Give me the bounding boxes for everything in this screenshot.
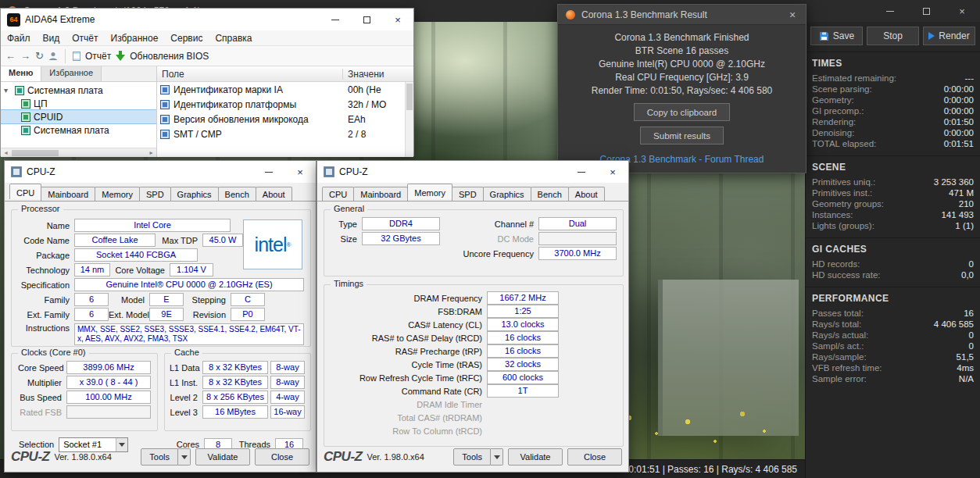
save-button[interactable]: Save — [810, 27, 863, 45]
column-field[interactable]: Поле — [157, 69, 343, 80]
level3-assoc-field: 16-way — [270, 405, 305, 419]
times-section: TIMES Estimated remaining:--- Scene pars… — [806, 52, 980, 155]
bios-update-button[interactable]: Обновления BIOS — [130, 51, 209, 62]
refresh-icon[interactable]: ↻ — [35, 50, 44, 62]
stat-value: 0 — [969, 330, 974, 340]
stat-row: Sample error:N/A — [806, 373, 980, 384]
validate-button[interactable]: Validate — [508, 448, 563, 466]
minimize-button[interactable] — [320, 9, 351, 30]
horizontal-scrollbar[interactable]: ◂ ▸ — [1, 148, 156, 157]
submit-results-button[interactable]: Submit results — [640, 127, 724, 144]
validate-button[interactable]: Validate — [195, 448, 250, 466]
cpuz-version: Ver. 1.98.0.x64 — [367, 452, 424, 462]
tab-cpu[interactable]: CPU — [9, 184, 41, 199]
cpu-icon — [21, 99, 30, 109]
stop-button[interactable]: Stop — [867, 27, 919, 45]
tab-about[interactable]: About — [568, 187, 605, 201]
tools-dropdown-button[interactable] — [491, 448, 503, 466]
copy-to-clipboard-button[interactable]: Copy to clipboard — [634, 103, 731, 121]
back-icon[interactable]: ← — [5, 50, 16, 62]
menu-favorites[interactable]: Избранное — [105, 33, 165, 44]
tab-menu[interactable]: Меню — [1, 66, 41, 81]
tab-mainboard[interactable]: Mainboard — [353, 187, 408, 201]
dialog-close-button[interactable]: × — [779, 9, 806, 21]
aida64-window: 64 AIDA64 Extreme × Файл Вид Отчёт Избра… — [0, 8, 414, 156]
stepping-label: Stepping — [184, 295, 231, 305]
close-button[interactable]: Close — [255, 448, 309, 466]
scrollbar-thumb[interactable] — [406, 84, 413, 110]
close-button[interactable]: × — [597, 161, 628, 183]
tree-item-motherboard[interactable]: Системная плата — [1, 123, 156, 137]
tree-item-cpuid[interactable]: CPUID — [1, 110, 156, 123]
stat-label: TOTAL elapsed: — [812, 139, 876, 148]
table-row[interactable]: Идентификатор марки IA 00h (Не — [157, 82, 413, 97]
tab-graphics[interactable]: Graphics — [483, 187, 531, 201]
groupbox-legend: Clocks (Core #0) — [18, 348, 89, 357]
minimize-button[interactable] — [566, 161, 597, 183]
close-button[interactable]: Close — [567, 448, 622, 466]
name-label: Name — [18, 221, 74, 230]
scroll-right-icon[interactable]: ▸ — [147, 149, 156, 157]
table-row[interactable]: Идентификатор платформы 32h / MO — [157, 97, 413, 112]
field-value: 00h (Не — [343, 84, 413, 95]
l1data-label: L1 Data — [170, 363, 202, 373]
vertical-scrollbar[interactable] — [405, 82, 413, 157]
tab-bench[interactable]: Bench — [218, 187, 256, 201]
package-field: Socket 1440 FCBGA — [74, 248, 198, 262]
column-value[interactable]: Значени — [343, 69, 413, 80]
tab-memory[interactable]: Memory — [95, 187, 140, 201]
family-field: 6 — [74, 293, 109, 306]
tree-item-label: CPUID — [34, 112, 63, 123]
menu-file[interactable]: Файл — [1, 33, 37, 44]
tab-mainboard[interactable]: Mainboard — [41, 187, 95, 201]
table-row[interactable]: SMT / CMP 2 / 8 — [157, 127, 413, 141]
stat-label: Sample error: — [812, 374, 867, 383]
tools-button[interactable]: Tools — [453, 448, 491, 466]
tools-button[interactable]: Tools — [141, 448, 178, 466]
render-button[interactable]: Render — [923, 27, 975, 45]
table-row[interactable]: Версия обновления микрокода EAh — [157, 112, 413, 127]
stat-label: Geometry groups: — [812, 199, 884, 209]
tab-memory[interactable]: Memory — [407, 184, 452, 199]
codename-label: Code Name — [18, 236, 74, 245]
stat-label: Geometry: — [812, 95, 854, 105]
tree-item-cpu[interactable]: ЦП — [1, 97, 156, 110]
scroll-left-icon[interactable]: ◂ — [2, 149, 10, 157]
menu-service[interactable]: Сервис — [164, 33, 209, 44]
stat-value: 0:00:00 — [944, 106, 974, 116]
tab-cpu[interactable]: CPU — [322, 187, 354, 201]
tab-about[interactable]: About — [256, 187, 292, 201]
minimize-button[interactable] — [872, 0, 908, 22]
menu-report[interactable]: Отчёт — [66, 33, 104, 44]
timing-label: RAS# Precharge (tRP) — [331, 347, 487, 356]
multiplier-label: Multiplier — [18, 378, 66, 387]
menu-help[interactable]: Справка — [209, 33, 258, 44]
field-icon — [160, 85, 170, 95]
tab-bench[interactable]: Bench — [531, 187, 569, 201]
tab-graphics[interactable]: Graphics — [170, 187, 219, 201]
bios-update-icon[interactable] — [116, 51, 125, 61]
report-button[interactable]: Отчёт — [85, 51, 111, 62]
stat-row: Passes total:16 — [806, 308, 980, 319]
maximize-button[interactable] — [908, 0, 944, 22]
report-icon[interactable] — [73, 52, 80, 61]
minimize-button[interactable] — [253, 161, 284, 183]
close-button[interactable]: × — [284, 161, 316, 183]
field-value: 2 / 8 — [343, 129, 413, 140]
close-button[interactable]: × — [382, 9, 413, 30]
scrollbar-thumb[interactable] — [12, 150, 59, 156]
l1inst-assoc-field: 8-way — [270, 376, 305, 389]
tab-spd[interactable]: SPD — [452, 187, 484, 201]
tab-spd[interactable]: SPD — [139, 187, 171, 201]
groupbox-legend: Cache — [171, 348, 202, 357]
stat-label: Rendering: — [812, 117, 856, 127]
maximize-button[interactable] — [351, 9, 382, 30]
user-icon[interactable] — [48, 52, 58, 61]
tab-favorites[interactable]: Избранное — [41, 66, 102, 81]
tree-root-motherboard[interactable]: ▾ Системная плата — [1, 84, 156, 97]
maxtdp-field: 45.0 W — [202, 234, 243, 247]
close-button[interactable]: × — [944, 0, 980, 22]
tools-dropdown-button[interactable] — [178, 448, 191, 466]
forward-icon[interactable]: → — [20, 50, 30, 62]
menu-view[interactable]: Вид — [37, 33, 66, 44]
